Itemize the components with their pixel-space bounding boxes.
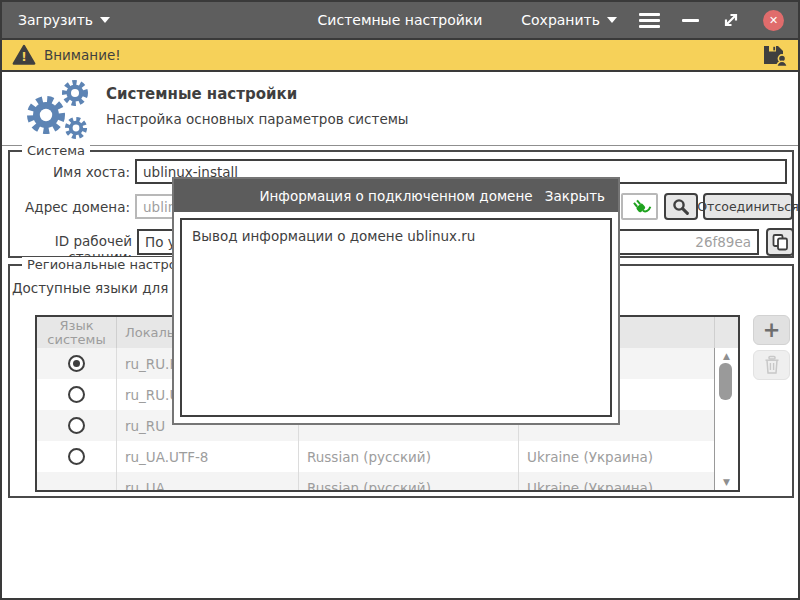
table-row[interactable]: ru_UA.UTF-8 Russian (русский) Ukraine (У…	[37, 441, 738, 472]
domain-label: Адрес домена:	[2, 199, 130, 215]
page-title: Системные настройки	[106, 85, 409, 103]
locale-radio[interactable]	[68, 386, 85, 403]
country-cell: Ukraine (Украина)	[519, 472, 715, 492]
trash-icon	[763, 355, 781, 375]
page-header: Системные настройки Настройка основных п…	[2, 72, 798, 145]
disconnect-label: Отсоединиться	[697, 199, 798, 214]
locale-cell: ru_UA	[117, 472, 299, 492]
save-user-icon	[761, 43, 788, 67]
gears-icon	[12, 78, 102, 142]
locale-radio[interactable]	[68, 355, 85, 372]
warning-text: Внимание!	[44, 47, 121, 63]
warning-bar: ! Внимание!	[2, 38, 798, 72]
save-menu-label: Сохранить	[521, 12, 600, 28]
table-scrollbar[interactable]: ▲ ▼	[714, 348, 738, 490]
hostname-label: Имя хоста:	[2, 164, 130, 180]
scrollbar-thumb[interactable]	[719, 363, 732, 400]
search-icon	[672, 198, 690, 216]
system-legend: Система	[22, 143, 90, 158]
column-header-system-language: Язык системы	[37, 317, 117, 348]
country-cell: Ukraine (Украина)	[519, 441, 715, 472]
plug-icon	[628, 197, 652, 217]
add-locale-button[interactable]: +	[753, 315, 790, 345]
svg-text:!: !	[21, 50, 26, 64]
delete-locale-button[interactable]	[753, 350, 790, 380]
menu-icon[interactable]	[639, 13, 660, 28]
workstation-id-value-end: 26f89ea	[695, 234, 751, 250]
connection-status-indicator	[621, 193, 658, 220]
domain-info-dialog: Информация о подключенном домене Закрыть…	[172, 177, 620, 425]
system-settings-window: Загрузить Системные настройки Сохранить …	[0, 0, 800, 600]
copy-icon	[771, 233, 790, 252]
save-menu-button[interactable]: Сохранить	[521, 12, 617, 28]
domain-search-button[interactable]	[664, 193, 698, 220]
load-menu-button[interactable]: Загрузить	[18, 2, 110, 38]
scroll-down-icon[interactable]: ▼	[715, 477, 738, 487]
dialog-close-button[interactable]: Закрыть	[545, 179, 605, 212]
scroll-up-icon[interactable]: ▲	[715, 351, 738, 361]
dialog-title: Информация о подключенном домене	[259, 188, 532, 204]
save-user-button[interactable]	[761, 43, 788, 67]
header-separator	[2, 145, 798, 146]
close-icon[interactable]: ✕	[763, 10, 784, 31]
page-subtitle: Настройка основных параметров системы	[106, 111, 409, 127]
column-header-spacer	[715, 317, 738, 348]
chevron-down-icon	[100, 17, 110, 23]
disconnect-button[interactable]: Отсоединиться	[703, 193, 793, 220]
warning-triangle-icon: !	[12, 44, 36, 66]
language-cell: Russian (русский)	[299, 441, 519, 472]
plus-icon: +	[763, 320, 781, 341]
window-title: Системные настройки	[318, 2, 483, 38]
locale-cell: ru_UA.UTF-8	[117, 441, 299, 472]
load-menu-label: Загрузить	[18, 12, 93, 28]
locale-radio[interactable]	[68, 448, 85, 465]
maximize-icon[interactable]	[721, 10, 741, 30]
table-row[interactable]: ru_UA Russian (русский) Ukraine (Украина…	[37, 472, 738, 492]
minimize-icon[interactable]	[682, 19, 699, 22]
locale-radio[interactable]	[68, 417, 85, 434]
dialog-titlebar: Информация о подключенном домене Закрыть	[174, 179, 618, 212]
language-cell: Russian (русский)	[299, 472, 519, 492]
window-titlebar: Загрузить Системные настройки Сохранить …	[2, 2, 798, 38]
chevron-down-icon	[607, 17, 617, 23]
copy-id-button[interactable]	[766, 228, 794, 256]
dialog-body: Вывод информации о домене ublinux.ru	[180, 218, 612, 417]
